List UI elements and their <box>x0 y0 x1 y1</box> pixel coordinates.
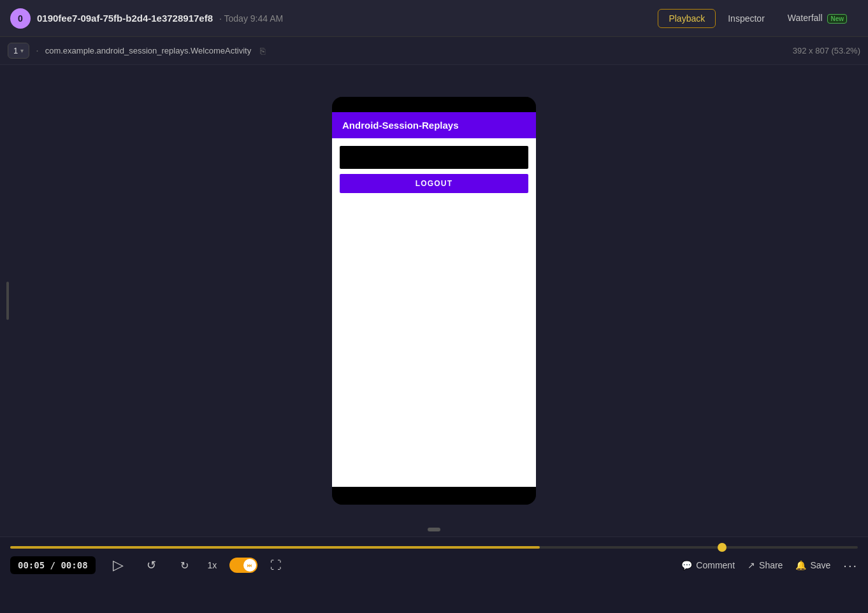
skip-forward-icon: ↻ <box>180 559 189 572</box>
skip-back-icon: ↺ <box>147 558 156 572</box>
app-title: Android-Session-Replays <box>342 120 459 131</box>
play-icon: ▷ <box>113 557 124 573</box>
tab-waterfall[interactable]: Waterfall New <box>777 8 858 28</box>
progress-fill <box>10 546 540 549</box>
autoplay-toggle[interactable]: ⏭ <box>229 558 257 573</box>
session-id: 0190fee7-09af-75fb-b2d4-1e3728917ef8 <box>37 13 213 24</box>
horizontal-scrollbar[interactable] <box>428 528 440 531</box>
progress-track[interactable] <box>10 546 858 549</box>
skip-icon: ⏭ <box>247 563 252 568</box>
progress-thumb <box>718 543 727 552</box>
fullscreen-button[interactable]: ⛶ <box>270 559 282 572</box>
comment-button[interactable]: 💬 Comment <box>681 560 735 570</box>
app-content: LOGOUT <box>332 138 536 487</box>
session-avatar: 0 <box>10 8 31 29</box>
frame-number: 1 <box>13 46 18 55</box>
speed-control[interactable]: 1x <box>208 560 217 570</box>
share-button[interactable]: ↗ Share <box>748 560 783 570</box>
tab-bar: Playback Inspector Waterfall New <box>658 8 858 28</box>
activity-name: com.example.android_session_replays.Welc… <box>45 46 251 55</box>
app-toolbar: Android-Session-Replays <box>332 112 536 138</box>
share-icon: ↗ <box>748 560 755 570</box>
phone-frame: Android-Session-Replays LOGOUT <box>332 97 536 505</box>
fullscreen-icon: ⛶ <box>270 559 282 572</box>
second-bar: 1 ▾ · com.example.android_session_replay… <box>0 37 868 65</box>
main-content: Android-Session-Replays LOGOUT <box>0 65 868 537</box>
progress-section <box>10 537 858 552</box>
frame-selector[interactable]: 1 ▾ <box>8 43 29 59</box>
logout-button[interactable]: LOGOUT <box>340 174 528 193</box>
top-bar-left: 0 0190fee7-09af-75fb-b2d4-1e3728917ef8 ·… <box>10 8 283 29</box>
play-button[interactable]: ▷ <box>108 555 129 575</box>
top-bar: 0 0190fee7-09af-75fb-b2d4-1e3728917ef8 ·… <box>0 0 868 37</box>
tab-playback[interactable]: Playback <box>658 9 716 28</box>
phone-status-bar <box>332 97 536 112</box>
more-icon: ··· <box>843 558 858 572</box>
save-button[interactable]: 🔔 Save <box>795 560 830 570</box>
phone-mockup: Android-Session-Replays LOGOUT <box>332 97 536 505</box>
resolution: 392 x 807 (53.2%) <box>793 46 860 55</box>
save-icon: 🔔 <box>795 560 806 570</box>
right-controls: 💬 Comment ↗ Share 🔔 Save ··· <box>681 558 858 573</box>
phone-bottom-bar <box>332 487 536 505</box>
bottom-bar: 00:05 / 00:08 ▷ ↺ ↻ 1x ⏭ ⛶ 💬 Comment ↗ <box>0 537 868 613</box>
scroll-indicator <box>6 282 9 320</box>
masked-input <box>340 146 528 169</box>
toggle-knob: ⏭ <box>243 559 256 572</box>
phone-app: Android-Session-Replays LOGOUT <box>332 112 536 487</box>
copy-icon[interactable]: ⎘ <box>260 46 265 56</box>
comment-icon: 💬 <box>681 560 692 570</box>
session-time: · Today 9:44 AM <box>219 13 283 24</box>
separator-dot: · <box>36 45 38 57</box>
chevron-down-icon: ▾ <box>20 47 24 54</box>
skip-forward-button[interactable]: ↻ <box>175 555 195 575</box>
tab-inspector[interactable]: Inspector <box>717 9 776 28</box>
time-display: 00:05 / 00:08 <box>10 556 96 574</box>
more-button[interactable]: ··· <box>843 558 858 573</box>
controls-row: 00:05 / 00:08 ▷ ↺ ↻ 1x ⏭ ⛶ 💬 Comment ↗ <box>10 552 858 578</box>
skip-back-button[interactable]: ↺ <box>141 555 162 575</box>
new-badge: New <box>827 14 847 24</box>
